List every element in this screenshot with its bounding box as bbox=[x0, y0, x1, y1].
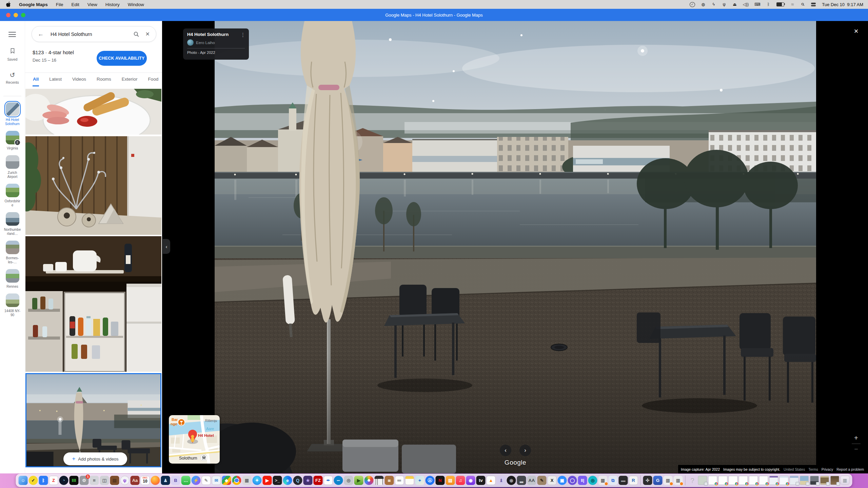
rail-place-rennes[interactable]: Rennes bbox=[0, 269, 25, 289]
dock-icon-terminal[interactable]: >_ bbox=[273, 476, 282, 485]
dock-icon-system-settings[interactable]: ⚙ 1 bbox=[80, 476, 89, 485]
dock-icon-music[interactable]: ♫ bbox=[456, 476, 465, 485]
dock-icon-chrome-page-5[interactable] bbox=[749, 476, 758, 485]
zoom-in-button[interactable]: + bbox=[854, 434, 858, 442]
status-spotlight-icon[interactable]: ⚲ bbox=[800, 1, 807, 8]
dock-icon-chrome-page-6[interactable] bbox=[759, 476, 768, 485]
sidebar-item-saved[interactable]: Saved bbox=[0, 47, 25, 61]
zoom-out-button[interactable]: − bbox=[854, 446, 858, 452]
dock-icon-edge[interactable]: e bbox=[283, 476, 292, 485]
status-input-source-icon[interactable]: ⌨ bbox=[754, 2, 760, 7]
dock-icon-safari[interactable]: ✦ bbox=[253, 476, 262, 485]
status-battery-icon[interactable] bbox=[776, 2, 784, 6]
rail-place-bormes-les[interactable]: Bormes- les-… bbox=[0, 241, 25, 264]
dock-icon-disk-doctor[interactable]: ⌗ bbox=[90, 476, 99, 485]
dock-icon-garageband[interactable] bbox=[375, 476, 384, 485]
dock-icon-webcam-app[interactable]: ◎ bbox=[588, 476, 597, 485]
dock-icon-keychain[interactable]: ✣ bbox=[643, 476, 652, 485]
close-viewer-button[interactable]: ✕ bbox=[851, 26, 861, 36]
dock-icon-speedtest[interactable]: ◔ bbox=[59, 476, 68, 485]
hamburger-menu-icon[interactable] bbox=[8, 32, 16, 37]
dock-icon-openoffice[interactable]: ∽ bbox=[334, 476, 343, 485]
dock-icon-task-check[interactable]: ✓ bbox=[29, 476, 38, 485]
rail-place-14408-ny-90[interactable]: 14408 NY- 90 bbox=[0, 293, 25, 317]
dock-icon-vinyl[interactable]: ◉ bbox=[507, 476, 516, 485]
dock-icon-contacts[interactable]: ◙ bbox=[385, 476, 394, 485]
status-volume-icon[interactable]: ◁)) bbox=[743, 2, 749, 7]
menu-item-view[interactable]: View bbox=[87, 2, 97, 7]
thumbnail-riverside-selected[interactable]: + Add photos & videos bbox=[25, 373, 161, 467]
dock-icon-dictionary[interactable]: Aa bbox=[131, 476, 140, 485]
mini-map[interactable]: Bar nge Ritterqu Aare H4 Hotel Solothurn bbox=[169, 415, 220, 464]
active-app-name[interactable]: Google Maps bbox=[19, 2, 48, 7]
dock-icon-image-viewer[interactable]: ▦ bbox=[242, 476, 252, 485]
back-arrow-icon[interactable]: ← bbox=[38, 30, 44, 38]
rail-place-h4-hotel-solothurn[interactable]: H4 Hotel Solothurn bbox=[0, 102, 25, 126]
dock-icon-printer-c[interactable]: ▥ bbox=[674, 476, 683, 485]
dock-icon-disk-utility[interactable]: ◫ bbox=[100, 476, 109, 485]
dock-icon-reminders[interactable]: ≔ bbox=[395, 476, 404, 485]
status-audio-app-icon[interactable]: ◍ bbox=[701, 2, 706, 7]
more-options-icon[interactable]: ⋮ bbox=[240, 32, 245, 38]
status-usb-icon[interactable]: ψ bbox=[722, 2, 727, 7]
dock-icon-trash[interactable]: ▥ bbox=[841, 476, 850, 485]
collapse-panel-button[interactable]: ‹ bbox=[163, 239, 170, 254]
dock-icon-netflix[interactable]: N bbox=[436, 476, 445, 485]
dock-icon-notes[interactable] bbox=[405, 476, 414, 485]
dock-icon-books[interactable]: ▤ bbox=[446, 476, 455, 485]
dock-icon-mail[interactable]: ✉ bbox=[212, 476, 221, 485]
menu-item-window[interactable]: Window bbox=[128, 2, 144, 7]
dock-icon-google-maps[interactable]: ◆ bbox=[222, 476, 231, 485]
menu-item-history[interactable]: History bbox=[105, 2, 120, 7]
dock-icon-chrome-page-2[interactable] bbox=[718, 476, 728, 485]
dock-icon-youtube[interactable]: ▶ bbox=[263, 476, 272, 485]
dock-icon-star-app[interactable]: ★ bbox=[303, 476, 313, 485]
dock-icon-zoom-app[interactable]: ▣ bbox=[558, 476, 567, 485]
dock-icon-ring-app[interactable]: ◯ bbox=[568, 476, 577, 485]
dock-icon-printer-b[interactable]: ▥ bbox=[664, 476, 673, 485]
add-photos-button[interactable]: + Add photos & videos bbox=[63, 452, 127, 465]
tab-videos[interactable]: Videos bbox=[72, 73, 86, 86]
dock-icon-bibdesk[interactable]: B bbox=[171, 476, 180, 485]
thumbnail-lobby-decoration[interactable] bbox=[25, 136, 161, 235]
dock-icon-window-sheet[interactable] bbox=[769, 476, 778, 485]
dock-icon-chrome-page-1[interactable] bbox=[708, 476, 717, 485]
dock-icon-equalizer[interactable]: ‖‖ bbox=[70, 476, 79, 485]
dock-icon-finder[interactable]: ☺ bbox=[19, 476, 28, 485]
tab-food[interactable]: Food bbox=[147, 73, 159, 86]
sidebar-item-recents[interactable]: ↺ Recents bbox=[0, 72, 25, 84]
status-wifi-icon[interactable]: ≋ bbox=[790, 2, 795, 7]
dock-icon-missing-app[interactable]: ? bbox=[688, 476, 697, 485]
rail-place-zurich-airport[interactable]: Zurich Airport bbox=[0, 155, 25, 179]
status-flash-icon[interactable]: ϟ bbox=[711, 2, 716, 7]
dock-icon-firefox[interactable] bbox=[151, 476, 160, 485]
tab-all[interactable]: All bbox=[33, 73, 39, 86]
dock-icon-zinio[interactable]: Z bbox=[49, 476, 58, 485]
attribution-link-report-a-problem[interactable]: Report a problem bbox=[836, 467, 864, 471]
dock-icon-home-g-app[interactable]: G bbox=[653, 476, 663, 485]
status-bluetooth-icon[interactable]: ᛒ bbox=[766, 2, 771, 7]
search-box[interactable]: ← ✕ bbox=[32, 26, 156, 42]
menu-item-edit[interactable]: Edit bbox=[72, 2, 79, 7]
dock-icon-font-book[interactable]: AA bbox=[527, 476, 536, 485]
dock-icon-r-stats[interactable]: R bbox=[629, 476, 638, 485]
rail-place-northumberland[interactable]: Northumbe rland… bbox=[0, 212, 25, 236]
dock-icon-messages[interactable]: … bbox=[181, 476, 191, 485]
dock-icon-window-map[interactable] bbox=[698, 476, 707, 485]
dock-icon-window-people[interactable] bbox=[810, 476, 819, 485]
dock-icon-window-doc[interactable] bbox=[790, 476, 799, 485]
menu-item-file[interactable]: File bbox=[56, 2, 63, 7]
dock-icon-filezilla[interactable]: FZ bbox=[314, 476, 323, 485]
tab-latest[interactable]: Latest bbox=[49, 73, 62, 86]
dock-icon-chrome-page-3[interactable] bbox=[729, 476, 738, 485]
dock-icon-vlc[interactable]: ▲ bbox=[487, 476, 496, 485]
apple-menu-icon[interactable] bbox=[6, 2, 11, 7]
search-icon[interactable] bbox=[133, 31, 139, 37]
dock-icon-xquartz[interactable]: X bbox=[548, 476, 557, 485]
dock-icon-apple-maps[interactable]: ⌖ bbox=[415, 476, 425, 485]
thumbnail-minibar[interactable] bbox=[25, 236, 161, 372]
thumbnail-food-plate[interactable] bbox=[25, 89, 161, 135]
tab-exterior[interactable]: Exterior bbox=[121, 73, 138, 86]
photo-author[interactable]: Eero Laiho bbox=[196, 41, 215, 45]
main-photo[interactable] bbox=[215, 21, 816, 473]
